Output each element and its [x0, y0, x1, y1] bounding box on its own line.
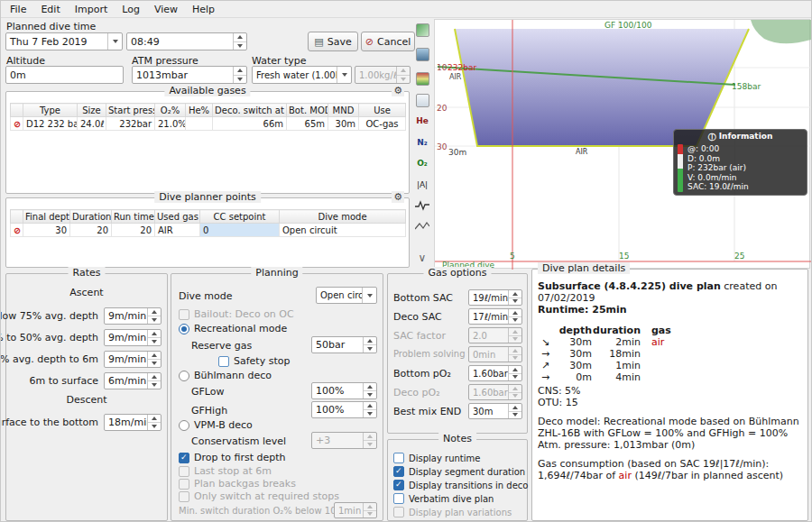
- notes-group: Notes Display runtime Display segment du…: [387, 439, 528, 521]
- display-segment-duration-checkbox[interactable]: Display segment duration: [393, 466, 525, 477]
- ascent-rate-surface-input[interactable]: 6m/min: [104, 372, 161, 389]
- gfhigh-input[interactable]: 100%: [311, 401, 377, 418]
- deco-sac-input[interactable]: 17ℓ/min: [468, 308, 522, 325]
- ascent-rate-6m-input[interactable]: 9m/min: [104, 351, 161, 368]
- mod-toggle-icon[interactable]: |A|: [412, 175, 432, 194]
- water-type-select[interactable]: Fresh water (1.00kg/ℓ): [252, 66, 352, 84]
- pp-he-toggle[interactable]: He: [412, 111, 432, 130]
- deco-sac-label: Deco SAC: [393, 311, 442, 323]
- heart-rate-toggle-icon[interactable]: [412, 196, 432, 215]
- menu-bar: File Edit Import Log View Help: [1, 1, 811, 18]
- profile-scale-icon[interactable]: [412, 21, 432, 40]
- vpmb-deco-radio[interactable]: VPM-B deco: [179, 419, 253, 431]
- spinner-buttons[interactable]: [508, 309, 521, 324]
- menu-log[interactable]: Log: [115, 2, 147, 17]
- atm-pressure-input[interactable]: 1013mbar: [132, 66, 247, 84]
- cancel-icon: ⊘: [365, 36, 374, 48]
- spinner-buttons[interactable]: [147, 415, 161, 430]
- display-plan-variations-checkbox: Display plan variations: [393, 507, 512, 517]
- spinner-buttons[interactable]: [233, 33, 246, 50]
- tissue-line-toggle-icon[interactable]: [412, 216, 432, 235]
- display-runtime-checkbox[interactable]: Display runtime: [393, 453, 480, 463]
- bailout-checkbox: Bailout: Deco on OC: [179, 308, 294, 320]
- bottom-gas-label: AIR: [576, 148, 588, 156]
- chevron-down-icon[interactable]: [362, 288, 376, 303]
- pp-n2-toggle[interactable]: N₂: [412, 133, 432, 151]
- reserve-gas-input[interactable]: 50bar: [311, 336, 377, 353]
- menu-help[interactable]: Help: [185, 2, 222, 17]
- spinner-buttons[interactable]: [147, 352, 161, 367]
- gas-pressure-toggle-icon[interactable]: [412, 45, 432, 64]
- min-switch-input: 1min: [334, 502, 377, 518]
- gflow-input[interactable]: 100%: [311, 382, 377, 399]
- plan-cns: CNS: 5%: [538, 385, 802, 397]
- chevron-down-icon[interactable]: [337, 67, 351, 83]
- spinner-buttons[interactable]: [147, 308, 161, 324]
- salinity-input: 1.00kg/ℓ: [355, 66, 411, 84]
- info-colorbar: [678, 144, 683, 192]
- sac-factor-label: SAC factor: [393, 330, 446, 342]
- bottom-sac-input[interactable]: 19ℓ/min: [468, 289, 522, 306]
- best-mix-end-label: Best mix END: [393, 406, 461, 417]
- dive-mode-select[interactable]: Open circuit: [316, 287, 377, 304]
- ascent-rate-75-input[interactable]: 9m/min: [104, 307, 161, 325]
- gases-settings-gear-icon[interactable]: ⚙: [392, 85, 404, 96]
- gas-row[interactable]: ⊘ D12 232 bar 24.0ℓ 232bar 21.0% 66m 65m…: [11, 117, 406, 131]
- rate-label: 75% to 50% avg. depth: [0, 332, 98, 343]
- problem-time-input: 0min: [468, 346, 522, 362]
- spinner-buttons[interactable]: [147, 373, 161, 389]
- altitude-input[interactable]: 0m: [5, 66, 124, 84]
- ascent-rate-50-input[interactable]: 9m/min: [104, 329, 161, 346]
- display-transitions-checkbox[interactable]: Display transitions in deco: [393, 480, 528, 490]
- collapse-toolbar-chevron-icon[interactable]: ∨: [412, 248, 432, 267]
- last-stop-checkbox: Last stop at 6m: [179, 465, 272, 477]
- delete-gas-icon[interactable]: ⊘: [11, 117, 23, 131]
- buhlmann-deco-radio[interactable]: Bühlmann deco: [179, 370, 272, 381]
- available-gases-group: Available gases ⚙ TypeSize Start press.O…: [5, 91, 410, 194]
- verbatim-dive-plan-checkbox[interactable]: Verbatim dive plan: [393, 493, 494, 504]
- drop-to-first-depth-checkbox[interactable]: Drop to first depth: [179, 452, 286, 463]
- dive-profile-chart[interactable]: GF 100/100 10 20 30 232bar AIR 158bar 30…: [434, 19, 810, 269]
- info-speed: V: 0.0m/min: [687, 173, 749, 183]
- recreational-mode-radio[interactable]: Recreational mode: [179, 323, 287, 334]
- tissue-heatmap-icon[interactable]: [412, 69, 432, 88]
- plan-deco-model: Deco model: Recreational mode based on B…: [538, 416, 802, 439]
- rates-group: Rates Ascent below 75% avg. depth 9m/min…: [5, 273, 168, 521]
- best-mix-end-input[interactable]: 30m: [468, 403, 522, 419]
- spinner-buttons: [396, 67, 410, 83]
- pp-o2-toggle[interactable]: O₂: [412, 153, 432, 172]
- dive-date-select[interactable]: Thu 7 Feb 2019: [5, 32, 123, 50]
- cancel-button[interactable]: ⊘ Cancel: [361, 32, 415, 51]
- delete-point-icon[interactable]: ⊘: [11, 224, 23, 237]
- spinner-buttons[interactable]: [363, 383, 376, 398]
- rate-label: below 75% avg. depth: [0, 310, 98, 322]
- menu-import[interactable]: Import: [68, 2, 115, 17]
- menu-file[interactable]: File: [3, 2, 33, 17]
- dive-mode-label: Dive mode: [179, 290, 233, 302]
- bottom-po2-input[interactable]: 1.60bar: [468, 365, 522, 381]
- spinner-buttons[interactable]: [508, 366, 521, 380]
- spinner-buttons[interactable]: [147, 330, 161, 345]
- menu-view[interactable]: View: [147, 2, 185, 17]
- time-tick-5: 5: [510, 252, 515, 261]
- spinner-buttons[interactable]: [363, 337, 376, 353]
- planned-dive-time-label: Planned dive time: [6, 21, 96, 32]
- info-time: @: 0:00: [687, 144, 749, 154]
- ceiling-toggle-icon[interactable]: [412, 91, 432, 110]
- dive-time-input[interactable]: 08:49: [126, 32, 247, 50]
- depth-tick-30: 30: [437, 142, 448, 151]
- spinner-buttons[interactable]: [508, 290, 521, 305]
- safety-stop-checkbox[interactable]: Safety stop: [218, 355, 290, 367]
- chevron-down-icon[interactable]: [107, 33, 122, 50]
- spinner-buttons[interactable]: [363, 402, 376, 417]
- menu-edit[interactable]: Edit: [33, 2, 67, 17]
- gas-options-title: Gas options: [423, 267, 491, 279]
- descent-rate-input[interactable]: 18m/min: [104, 414, 161, 431]
- save-button[interactable]: ▤ Save: [308, 32, 358, 51]
- spinner-buttons[interactable]: [508, 404, 521, 418]
- dive-planner-points-group: Dive planner points ⚙ Final depthDuratio…: [5, 197, 410, 268]
- planner-point-row[interactable]: ⊘ 30 20 20 AIR 0 Open circuit: [11, 224, 406, 237]
- spinner-buttons[interactable]: [233, 67, 246, 83]
- gas-options-group: Gas options Bottom SAC 19ℓ/min Deco SAC …: [387, 273, 528, 434]
- points-settings-gear-icon[interactable]: ⚙: [392, 191, 404, 203]
